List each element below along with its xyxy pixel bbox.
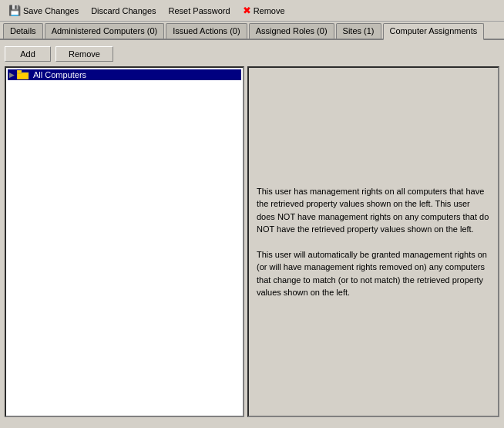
description-paragraph-1: This user has management rights on all c… [257, 185, 490, 236]
tab-assigned-roles[interactable]: Assigned Roles (0) [249, 23, 334, 39]
description-paragraph-2: This user will automatically be granted … [257, 248, 490, 299]
left-panel-tree[interactable]: ▶ All Computers [5, 66, 244, 417]
reset-password-button[interactable]: Reset Password [163, 4, 236, 18]
tab-administered-computers[interactable]: Administered Computers (0) [45, 23, 165, 39]
tree-item-label: All Computers [33, 70, 86, 79]
tree-item-all-computers[interactable]: ▶ All Computers [8, 69, 241, 80]
tab-sites[interactable]: Sites (1) [336, 23, 381, 39]
tab-computer-assignments[interactable]: Computer Assignments [383, 23, 485, 40]
tab-details[interactable]: Details [3, 23, 43, 39]
button-row: Add Remove [5, 45, 499, 63]
panels: ▶ All Computers This user has management… [5, 66, 499, 417]
remove-icon: ✖ [243, 5, 251, 16]
add-button[interactable]: Add [5, 46, 51, 62]
save-changes-label: Save Changes [23, 6, 79, 15]
right-panel-description: This user has management rights on all c… [247, 66, 499, 417]
remove-button[interactable]: ✖ Remove [237, 2, 291, 19]
remove-item-button[interactable]: Remove [55, 46, 113, 62]
discard-changes-button[interactable]: Discard Changes [86, 4, 161, 18]
save-icon: 💾 [8, 5, 21, 16]
tree-expand-icon: ▶ [9, 71, 15, 79]
svg-rect-1 [17, 70, 22, 73]
tab-bar: Details Administered Computers (0) Issue… [0, 22, 504, 40]
tab-issued-actions[interactable]: Issued Actions (0) [166, 23, 247, 39]
discard-changes-label: Discard Changes [91, 6, 156, 15]
remove-label: Remove [254, 6, 285, 15]
reset-password-label: Reset Password [169, 6, 230, 15]
toolbar: 💾 Save Changes Discard Changes Reset Pas… [0, 0, 504, 22]
svg-rect-0 [17, 72, 29, 79]
folder-icon [17, 70, 29, 79]
save-changes-button[interactable]: 💾 Save Changes [3, 2, 84, 19]
main-content: Add Remove ▶ All Computers This user has… [0, 40, 504, 422]
